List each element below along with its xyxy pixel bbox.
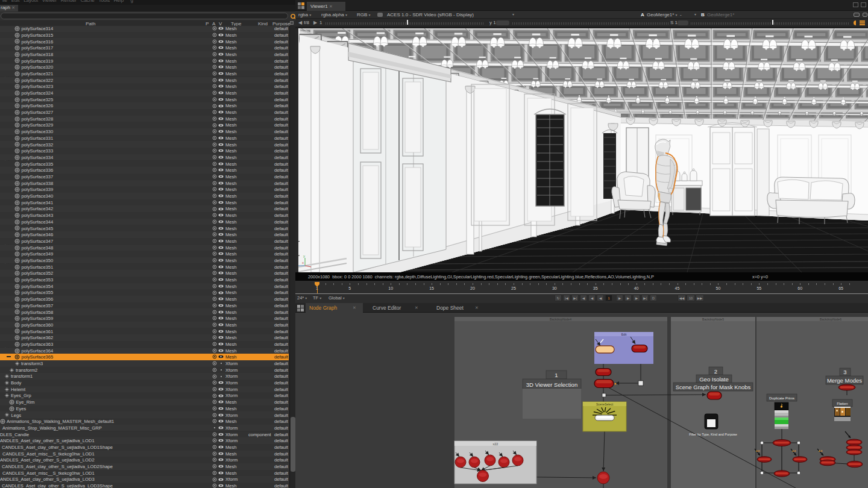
svg-text:A.B: A.B (792, 449, 796, 452)
svg-text:SceneSelect: SceneSelect (596, 402, 614, 406)
svg-text:Edit: Edit (621, 333, 627, 336)
svg-text:BackdropNode6: BackdropNode6 (820, 318, 841, 321)
svg-text:Geo Isolate: Geo Isolate (699, 376, 729, 383)
svg-text:Filter by Type, Kind and Purpo: Filter by Type, Kind and Purpose (689, 433, 737, 436)
svg-text:x: x (302, 261, 304, 264)
svg-text:3D Viewer Selection: 3D Viewer Selection (526, 381, 577, 388)
svg-text:x22: x22 (493, 442, 498, 446)
svg-text:BackdropNode4: BackdropNode4 (550, 318, 571, 321)
svg-text:A.B: A.B (756, 449, 760, 452)
svg-text:1: 1 (555, 372, 558, 378)
svg-text:2: 2 (714, 368, 717, 375)
svg-text:Duplicate Prims: Duplicate Prims (769, 396, 794, 400)
svg-text:3: 3 (843, 369, 846, 375)
svg-text:Scene Graph for Mask Knobs: Scene Graph for Mask Knobs (676, 384, 751, 390)
svg-text:Flatten: Flatten (837, 402, 848, 405)
svg-text:Merge Modes: Merge Modes (827, 377, 862, 384)
svg-text:A.B: A.B (819, 449, 823, 452)
svg-text:BackdropNode5: BackdropNode5 (702, 318, 724, 321)
svg-text:y: y (303, 254, 305, 258)
